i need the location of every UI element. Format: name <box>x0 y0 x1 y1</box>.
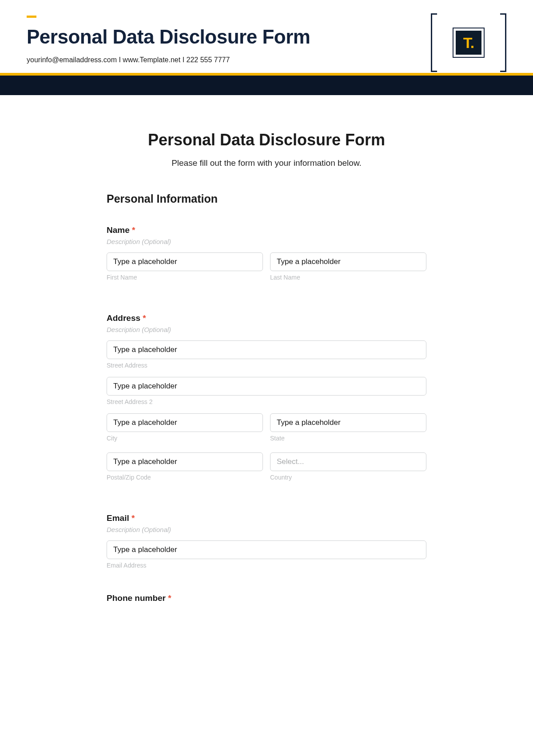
field-group-phone: Phone number * <box>107 593 426 603</box>
address-description: Description (Optional) <box>107 326 426 333</box>
field-group-address: Address * Description (Optional) Street … <box>107 313 426 489</box>
bracket-left-icon <box>431 13 437 72</box>
logo-text: T. <box>456 31 481 55</box>
required-asterisk: * <box>132 225 135 235</box>
name-description: Description (Optional) <box>107 238 426 245</box>
label-text: Address <box>107 313 140 323</box>
form-subtitle: Please fill out the form with your infor… <box>107 158 426 168</box>
logo-box: T. <box>453 28 485 58</box>
country-sublabel: Country <box>270 474 426 481</box>
separator: I <box>180 56 186 64</box>
last-name-input[interactable] <box>270 252 426 271</box>
street-address-sublabel: Street Address <box>107 362 426 369</box>
banner-phone: 222 555 7777 <box>187 56 230 64</box>
name-label: Name * <box>107 225 426 235</box>
country-select[interactable] <box>270 452 426 471</box>
city-input[interactable] <box>107 413 263 432</box>
postal-code-sublabel: Postal/Zip Code <box>107 474 263 481</box>
city-sublabel: City <box>107 435 263 442</box>
divider-navy <box>0 76 533 95</box>
banner-email: yourinfo@emailaddress.com <box>27 56 117 64</box>
required-asterisk: * <box>168 593 171 603</box>
state-input[interactable] <box>270 413 426 432</box>
label-text: Email <box>107 513 129 523</box>
email-description: Description (Optional) <box>107 526 426 533</box>
email-input[interactable] <box>107 540 426 559</box>
field-group-email: Email * Description (Optional) Email Add… <box>107 513 426 569</box>
accent-dash <box>27 16 36 18</box>
street-address-2-input[interactable] <box>107 377 426 396</box>
last-name-sublabel: Last Name <box>270 274 426 281</box>
bracket-right-icon <box>500 13 506 72</box>
street-address-2-sublabel: Street Address 2 <box>107 398 426 405</box>
street-address-input[interactable] <box>107 340 426 359</box>
first-name-input[interactable] <box>107 252 263 271</box>
banner-website: www.Template.net <box>123 56 180 64</box>
phone-label: Phone number * <box>107 593 426 603</box>
section-personal-info: Personal Information <box>107 192 426 205</box>
address-label: Address * <box>107 313 426 323</box>
form-title: Personal Data Disclosure Form <box>107 131 426 149</box>
email-label: Email * <box>107 513 426 523</box>
required-asterisk: * <box>131 513 135 523</box>
required-asterisk: * <box>143 313 146 323</box>
postal-code-input[interactable] <box>107 452 263 471</box>
email-sublabel: Email Address <box>107 562 426 569</box>
first-name-sublabel: First Name <box>107 274 263 281</box>
logo-frame: T. <box>431 13 506 72</box>
field-group-name: Name * Description (Optional) First Name… <box>107 225 426 289</box>
separator: I <box>117 56 123 64</box>
banner-header: Personal Data Disclosure Form yourinfo@e… <box>0 0 533 73</box>
state-sublabel: State <box>270 435 426 442</box>
label-text: Phone number <box>107 593 166 603</box>
label-text: Name <box>107 225 130 235</box>
form-container: Personal Data Disclosure Form Please fil… <box>84 95 449 645</box>
